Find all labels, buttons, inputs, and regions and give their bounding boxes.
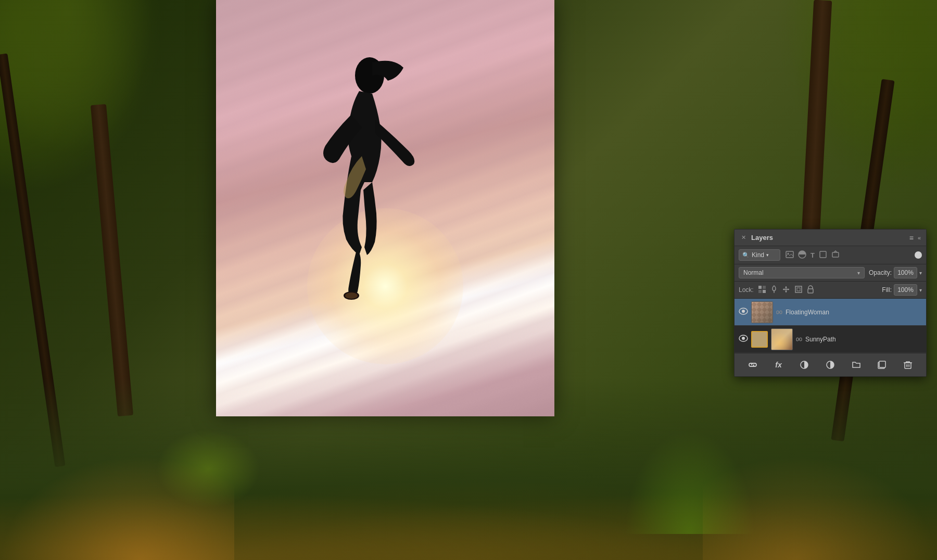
lock-artboard-icon[interactable] <box>794 285 803 295</box>
layer-color-indicator <box>915 251 922 259</box>
svg-rect-6 <box>820 251 826 258</box>
chain-icon-sunny-path <box>796 336 802 342</box>
layer-item-floating-woman[interactable]: FloatingWoman <box>735 299 926 326</box>
fill-chevron-icon[interactable]: ▾ <box>919 287 922 293</box>
lock-label: Lock: <box>739 286 754 294</box>
blend-mode-row: Normal ▾ Opacity: 100% ▾ <box>735 264 926 282</box>
svg-marker-15 <box>785 286 787 288</box>
svg-rect-9 <box>763 286 766 289</box>
kind-label: Kind <box>752 251 764 259</box>
layer-visibility-floating-woman[interactable] <box>739 308 748 317</box>
svg-rect-11 <box>763 290 766 293</box>
main-canvas <box>216 0 554 416</box>
search-icon: 🔍 <box>742 252 750 259</box>
svg-point-2 <box>345 292 358 299</box>
svg-marker-17 <box>783 288 784 290</box>
layer-color-box-sunny-path <box>751 331 768 348</box>
svg-rect-7 <box>832 252 839 257</box>
panel-title: Layers <box>747 234 909 241</box>
lock-position-icon[interactable] <box>782 285 790 295</box>
svg-rect-24 <box>777 311 779 314</box>
svg-marker-18 <box>788 288 789 290</box>
layer-mask-button[interactable] <box>797 358 812 372</box>
panel-header: ✕ Layers ≡ « <box>735 230 926 246</box>
svg-rect-10 <box>758 290 762 293</box>
filter-icons-group: T <box>786 250 840 260</box>
kind-chevron-icon: ▾ <box>766 252 769 258</box>
opacity-chevron-icon[interactable]: ▾ <box>919 270 922 276</box>
panel-collapse-button[interactable]: « <box>918 235 921 241</box>
layer-thumbnail-floating-woman <box>751 301 773 323</box>
layers-panel: ✕ Layers ≡ « 🔍 Kind ▾ T <box>734 229 927 377</box>
svg-rect-30 <box>800 338 802 341</box>
panel-close-button[interactable]: ✕ <box>740 234 747 241</box>
filter-smart-icon[interactable] <box>831 250 840 260</box>
svg-rect-3 <box>786 251 793 258</box>
filter-text-icon[interactable]: T <box>811 251 815 259</box>
svg-rect-29 <box>796 338 799 341</box>
layer-name-floating-woman: FloatingWoman <box>786 309 922 316</box>
blend-mode-chevron-icon: ▾ <box>857 270 860 276</box>
new-layer-button[interactable] <box>875 358 889 372</box>
eye-icon-floating-woman <box>739 308 748 316</box>
opacity-label: Opacity: <box>869 269 892 276</box>
opacity-input[interactable]: 100% <box>894 267 917 278</box>
svg-point-28 <box>742 337 745 340</box>
svg-rect-19 <box>795 286 802 292</box>
blend-mode-value: Normal <box>743 269 764 276</box>
lock-pixels-icon[interactable] <box>758 285 766 295</box>
svg-rect-35 <box>879 361 885 367</box>
layers-list: FloatingWoman SunnyPath <box>735 299 926 353</box>
lock-paint-icon[interactable] <box>770 285 778 295</box>
panel-menu-button[interactable]: ≡ <box>909 234 914 242</box>
opacity-group: Opacity: 100% ▾ <box>869 267 922 278</box>
svg-rect-21 <box>808 289 813 293</box>
svg-marker-16 <box>785 291 787 292</box>
eye-icon-sunny-path <box>739 335 748 343</box>
woman-silhouette <box>310 52 424 302</box>
fill-group: Fill: 100% ▾ <box>882 284 922 296</box>
svg-rect-20 <box>797 288 800 291</box>
kind-filter-dropdown[interactable]: 🔍 Kind ▾ <box>739 249 780 261</box>
blend-mode-dropdown[interactable]: Normal ▾ <box>739 267 865 278</box>
fx-effects-button[interactable]: fx <box>771 358 786 372</box>
filter-row: 🔍 Kind ▾ T <box>735 246 926 264</box>
lock-row: Lock: Fill: 100% ▾ <box>735 282 926 299</box>
filter-image-icon[interactable] <box>786 250 794 260</box>
chain-icon-floating-woman <box>776 309 782 315</box>
filter-adjustment-icon[interactable] <box>798 250 806 260</box>
delete-layer-button[interactable] <box>901 358 915 372</box>
golden-light-left <box>0 456 234 560</box>
filter-shape-icon[interactable] <box>819 250 827 260</box>
link-layers-button[interactable] <box>745 358 760 372</box>
lock-icons-group <box>758 285 814 295</box>
layer-name-sunny-path: SunnyPath <box>805 336 922 343</box>
layer-thumbnail-sunny-path <box>771 328 793 350</box>
golden-light-right <box>703 456 937 560</box>
new-group-button[interactable] <box>849 358 864 372</box>
layer-visibility-sunny-path[interactable] <box>739 335 748 344</box>
adjustment-button[interactable] <box>823 358 838 372</box>
svg-rect-25 <box>780 311 782 314</box>
svg-rect-8 <box>758 286 762 289</box>
lock-all-icon[interactable] <box>807 285 814 295</box>
fill-input[interactable]: 100% <box>894 284 917 296</box>
fill-label: Fill: <box>882 286 892 294</box>
svg-point-23 <box>742 310 745 313</box>
layer-item-sunny-path[interactable]: SunnyPath <box>735 326 926 353</box>
panel-toolbar: fx <box>735 353 926 376</box>
